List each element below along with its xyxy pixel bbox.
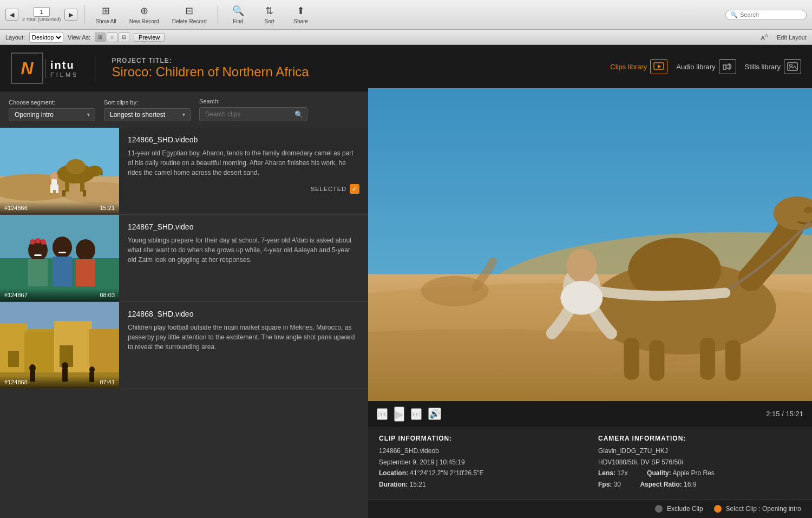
clip-overlay-2: #124867 08:03 (0, 288, 119, 301)
svg-rect-27 (34, 254, 42, 256)
record-navigation: ◀ 2 Total (Unsorted) ▶ (5, 7, 77, 22)
sort-clips-label: Sort clips by: (104, 99, 191, 106)
duration-value: 15:21 (410, 481, 426, 488)
toolbar-search-input[interactable] (740, 11, 805, 18)
project-label: PROJECT TITLE: (112, 57, 357, 64)
svg-rect-61 (700, 338, 715, 380)
divider-2 (218, 5, 218, 24)
right-header: Clips library Audio library (368, 45, 812, 88)
preview-button[interactable]: Preview (134, 33, 165, 42)
svg-rect-8 (83, 190, 86, 196)
camera-info-heading: CAMERA INFORMATION: (598, 435, 801, 442)
prev-record-button[interactable]: ◀ (5, 9, 18, 21)
logo-letter: N (21, 58, 33, 78)
search-clips-input[interactable] (199, 107, 307, 121)
svg-rect-19 (28, 259, 48, 286)
lens-label: Lens: (598, 469, 615, 477)
right-panel: Clips library Audio library (368, 45, 812, 518)
view-table-button[interactable]: ⊟ (119, 32, 129, 42)
svg-rect-21 (53, 257, 72, 286)
svg-rect-59 (624, 338, 639, 380)
layout-select[interactable]: Desktop (29, 32, 63, 43)
svg-point-65 (560, 281, 603, 314)
svg-point-9 (87, 166, 102, 176)
controls-bar: Choose segment: Opening intro Sort clips… (0, 91, 368, 128)
project-info: PROJECT TITLE: Siroco: Children of North… (112, 57, 357, 80)
location-value: 41°24'12.2"N 2°10'26.5"E (410, 469, 483, 477)
select-toggle[interactable] (714, 505, 722, 513)
sort-select[interactable]: Longest to shortest (104, 108, 191, 121)
show-all-button[interactable]: ⊞ Show All (91, 3, 120, 27)
camera-spec: HDV1080/50i, DV SP 576/50i (598, 458, 801, 467)
svg-rect-62 (725, 340, 741, 381)
camera-lens-quality: Lens: 12x Quality: Apple Pro Res (598, 469, 801, 478)
selected-label: SELECTED (311, 186, 346, 192)
audio-library-button[interactable]: Audio library (676, 59, 736, 74)
select-label: Select Clip : Opening intro (726, 505, 801, 513)
share-icon: ⬆ (297, 5, 305, 17)
view-icon-button[interactable]: ⊞ (95, 32, 106, 42)
search-icon: 🔍 (294, 110, 303, 119)
delete-record-button[interactable]: ⊟ Delete Record (168, 3, 211, 27)
svg-rect-60 (649, 340, 664, 381)
audio-library-icon (719, 59, 736, 74)
find-icon: 🔍 (232, 5, 244, 17)
clip-id-1: #124866 (4, 205, 28, 211)
select-clip-action[interactable]: Select Clip : Opening intro (714, 505, 801, 513)
clip-id-3: #124868 (4, 379, 28, 385)
sort-label: Sort (265, 18, 274, 24)
segment-select[interactable]: Opening intro (9, 108, 95, 121)
clips-library-button[interactable]: Clips library (610, 59, 667, 74)
library-nav: Clips library Audio library (610, 59, 801, 74)
svg-point-40 (62, 362, 68, 370)
video-player (368, 88, 812, 401)
clip-item[interactable]: #124866 15:21 124866_SHD.videob 11-year … (0, 128, 368, 215)
video-frame (368, 88, 812, 401)
exclude-toggle[interactable] (655, 505, 663, 513)
clip-item[interactable]: #124867 08:03 124867_SHD.video Young sib… (0, 215, 368, 302)
search-group: Search: 🔍 (199, 98, 307, 121)
view-list-button[interactable]: ≡ (107, 32, 117, 42)
find-button[interactable]: 🔍 Find (225, 3, 252, 27)
svg-rect-46 (723, 65, 726, 69)
font-size-button[interactable]: AA (761, 33, 768, 41)
volume-button[interactable]: 🔊 (428, 408, 441, 420)
edit-layout-button[interactable]: Edit Layout (777, 34, 807, 41)
record-input[interactable] (34, 7, 50, 17)
skip-back-button[interactable]: ⏮ (377, 408, 388, 420)
clip-item[interactable]: #124868 07:41 124868_SHD.video Children … (0, 302, 368, 389)
svg-rect-5 (65, 175, 69, 192)
search-wrap: 🔍 (199, 107, 307, 121)
clip-info-section: CLIP INFORMATION: 124866_SHD.videob Sept… (379, 435, 582, 491)
logo-text: intu FILMS (45, 59, 78, 78)
header-divider (95, 55, 95, 82)
new-record-button[interactable]: ⊕ New Record (125, 3, 163, 27)
clip-description-1: 11-year old Egyptian boy, Aharon, tends … (128, 148, 359, 178)
next-record-button[interactable]: ▶ (64, 9, 77, 21)
clip-info-location: Location: 41°24'12.2"N 2°10'26.5"E (379, 469, 582, 478)
play-button[interactable]: ▶ (394, 406, 404, 422)
stills-library-button[interactable]: Stills library (745, 59, 801, 74)
desert-scene (368, 88, 812, 401)
clip-duration-3: 07:41 (100, 379, 115, 385)
clip-thumbnail: #124868 07:41 (0, 302, 119, 389)
fps-value: 30 (614, 481, 621, 488)
share-button[interactable]: ⬆ Share (287, 3, 315, 27)
svg-rect-10 (100, 171, 103, 175)
selected-checkbox[interactable]: ✓ (350, 184, 359, 194)
project-title: Siroco: Children of Northern Africa (112, 64, 357, 80)
clip-info-heading: CLIP INFORMATION: (379, 435, 582, 442)
svg-rect-23 (76, 259, 95, 286)
clips-list: #124866 15:21 124866_SHD.videob 11-year … (0, 128, 368, 518)
svg-point-26 (41, 239, 46, 245)
clip-description-2: Young siblings prepare for their day at … (128, 235, 359, 265)
svg-rect-35 (8, 351, 19, 367)
divider-1 (84, 5, 84, 24)
svg-rect-6 (80, 175, 84, 192)
skip-forward-button[interactable]: ⏭ (411, 408, 422, 420)
svg-marker-45 (658, 64, 661, 69)
camera-info-section: CAMERA INFORMATION: Glavin_iDDG_Z7U_HKJ … (598, 435, 801, 491)
exclude-clip-action[interactable]: Exclude Clip (655, 505, 703, 513)
aspect-label: Aspect Ratio: (640, 481, 682, 488)
sort-button[interactable]: ⇅ Sort (256, 3, 283, 27)
